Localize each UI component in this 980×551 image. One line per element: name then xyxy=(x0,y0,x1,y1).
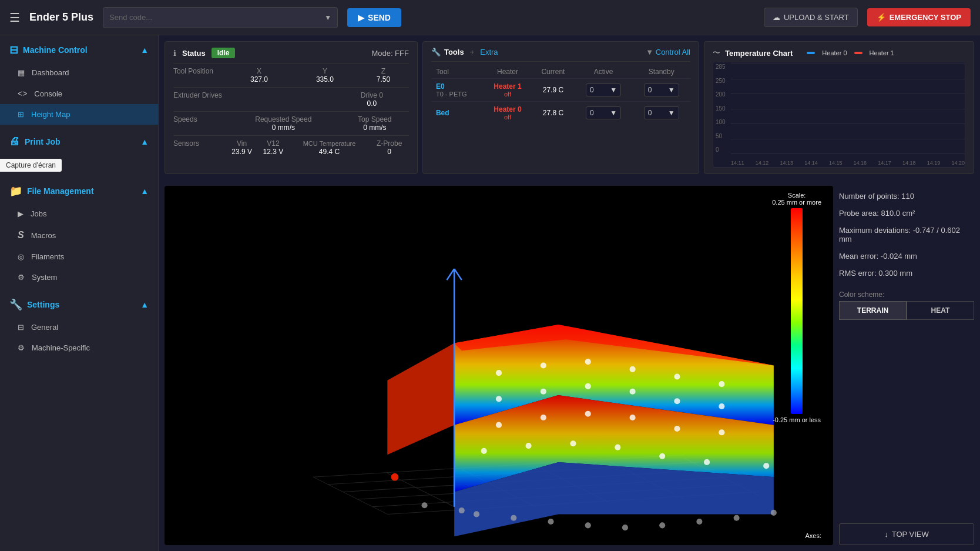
svg-point-29 xyxy=(630,389,636,395)
chart-x-label: 14:15 xyxy=(829,160,843,166)
app-title: Ender 5 Plus xyxy=(29,11,93,24)
svg-point-52 xyxy=(696,519,702,525)
heightmap-row: Scale: 0.25 mm or more -0.25 mm or less … xyxy=(159,180,980,551)
sidebar-item-console[interactable]: <> Console xyxy=(0,83,158,104)
temperature-chart-panel: 〜 Temperature Chart Heater 0 Heater 1 28… xyxy=(704,41,974,174)
send-dropdown-icon[interactable]: ▼ xyxy=(324,14,331,22)
active-select[interactable]: 0▼ xyxy=(586,106,621,119)
sidebar-item-general[interactable]: ⊟ General xyxy=(0,317,158,338)
send-button[interactable]: ▶ SEND xyxy=(347,8,401,27)
chart-y-label: 50 xyxy=(716,133,726,139)
tool-id[interactable]: E0 xyxy=(436,82,479,91)
emergency-stop-button[interactable]: ⚡ EMERGENCY STOP xyxy=(867,8,971,26)
extruder-drives-label: Extruder Drives xyxy=(173,91,335,99)
sidebar-section-settings[interactable]: 🔧 Settings ▲ xyxy=(0,290,158,317)
upload-icon: ☁ xyxy=(773,13,780,22)
sidebar-section-file-management[interactable]: 📁 File Management ▲ xyxy=(0,176,158,203)
tool-sub: T0 - PETG xyxy=(436,91,479,98)
chart-y-label: 250 xyxy=(716,78,726,84)
tools-table: Tool Heater Current Active Standby E0 T0… xyxy=(431,65,690,124)
probe-area: Probe area: 810.0 cm² xyxy=(839,209,974,218)
tools-panel: 🔧 Tools + Extra ▼ Control All Tool Heate… xyxy=(422,41,699,174)
sidebar-section-print-job[interactable]: 🖨 Print Job ▲ xyxy=(0,127,158,153)
settings-label: Settings xyxy=(27,300,59,309)
v12-label: V12 xyxy=(257,139,288,148)
table-row: Bed Heater 0 off 27.8 C 0▼ 0▼ xyxy=(431,102,690,125)
top-view-label: TOP VIEW xyxy=(892,530,929,539)
status-row: ℹ Status Idle Mode: FFF Tool Position X … xyxy=(159,35,980,180)
col-heater: Heater xyxy=(484,65,532,79)
sidebar-item-filaments[interactable]: ◎ Filaments xyxy=(0,246,158,267)
chart-x-label: 14:20 xyxy=(951,160,965,166)
heater1-legend-label: Heater 1 xyxy=(870,49,894,56)
svg-point-30 xyxy=(674,398,680,404)
send-input[interactable] xyxy=(109,13,324,22)
sidebar-item-system[interactable]: ⚙ System xyxy=(0,267,158,288)
machine-control-chevron: ▲ xyxy=(140,45,149,55)
heightmap-info: Number of points: 110 Probe area: 810.0 … xyxy=(839,186,974,545)
svg-point-39 xyxy=(526,443,532,449)
dashboard-icon: ▦ xyxy=(18,68,25,77)
svg-line-6 xyxy=(313,477,387,514)
svg-point-33 xyxy=(541,415,546,420)
chart-x-label: 14:12 xyxy=(756,160,769,166)
chart-x-label: 14:13 xyxy=(780,160,793,166)
active-select[interactable]: 0▼ xyxy=(586,84,621,96)
top-speed-value: 0 mm/s xyxy=(341,123,409,132)
print-job-label: Print Job xyxy=(25,137,61,146)
sensors-label: Sensors xyxy=(173,139,226,148)
top-view-button[interactable]: ↓ TOP VIEW xyxy=(839,523,974,545)
scheme-heat-button[interactable]: HEAT xyxy=(907,301,974,320)
jobs-icon: ▶ xyxy=(18,209,24,218)
chart-x-label: 14:18 xyxy=(902,160,916,166)
tools-title: Tools xyxy=(444,48,464,56)
height-map-icon: ⊞ xyxy=(18,110,24,119)
settings-icon: 🔧 xyxy=(9,298,22,311)
sidebar-item-jobs[interactable]: ▶ Jobs xyxy=(0,203,158,224)
svg-point-54 xyxy=(771,510,777,516)
capture-tooltip: Capture d'écran xyxy=(0,159,62,172)
heightmap-svg xyxy=(165,186,833,545)
vin-value: 23.9 V xyxy=(226,148,257,156)
standby-select[interactable]: 0▼ xyxy=(644,84,679,96)
standby-select[interactable]: 0▼ xyxy=(644,106,679,119)
rms-error: RMS error: 0.300 mm xyxy=(839,269,974,278)
svg-point-45 xyxy=(391,473,399,481)
file-mgmt-icon: 📁 xyxy=(9,185,22,198)
chart-x-label: 14:17 xyxy=(878,160,891,166)
macros-icon: S xyxy=(18,230,24,241)
svg-point-37 xyxy=(719,429,724,435)
chart-x-label: 14:14 xyxy=(804,160,818,166)
svg-point-48 xyxy=(548,519,553,525)
tool-position-label: Tool Position xyxy=(173,67,226,75)
heater-name: Heater 0 xyxy=(488,105,527,113)
menu-icon[interactable]: ☰ xyxy=(9,11,20,25)
heater-current: 27.8 C xyxy=(532,102,575,125)
status-title: Status xyxy=(182,49,206,58)
settings-chevron: ▲ xyxy=(140,300,149,309)
svg-line-19 xyxy=(454,269,462,280)
control-all-link[interactable]: ▼ Control All xyxy=(646,48,690,56)
sidebar-section-machine-control[interactable]: ⊟ Machine Control ▲ xyxy=(0,35,158,62)
upload-button[interactable]: ☁ UPLOAD & START xyxy=(764,8,858,27)
upload-label: UPLOAD & START xyxy=(784,13,849,22)
tool-id[interactable]: Bed xyxy=(436,109,479,117)
temp-legend: Heater 0 Heater 1 xyxy=(807,49,894,56)
scheme-terrain-button[interactable]: TERRAIN xyxy=(839,301,907,320)
dashboard-label: Dashboard xyxy=(32,68,69,77)
tools-header: 🔧 Tools + Extra ▼ Control All xyxy=(431,48,690,56)
x-value: 327.0 xyxy=(226,75,292,84)
sidebar-item-dashboard[interactable]: ▦ Dashboard xyxy=(0,62,158,83)
max-deviations: Maximum deviations: -0.747 / 0.602 mm xyxy=(839,226,974,243)
svg-point-32 xyxy=(496,422,502,428)
sidebar-item-macros[interactable]: S Macros xyxy=(0,224,158,246)
sidebar-item-height-map[interactable]: ⊞ Height Map xyxy=(0,104,158,125)
extra-link[interactable]: Extra xyxy=(480,48,498,56)
x-header: X xyxy=(226,67,292,75)
heightmap-canvas[interactable]: Scale: 0.25 mm or more -0.25 mm or less … xyxy=(165,186,833,545)
sidebar-item-machine-specific[interactable]: ⚙ Machine-Specific xyxy=(0,338,158,358)
temp-chart-svg xyxy=(731,64,965,154)
axes-label: Axes: xyxy=(805,532,821,539)
filaments-icon: ◎ xyxy=(18,252,24,261)
svg-point-51 xyxy=(659,522,665,528)
